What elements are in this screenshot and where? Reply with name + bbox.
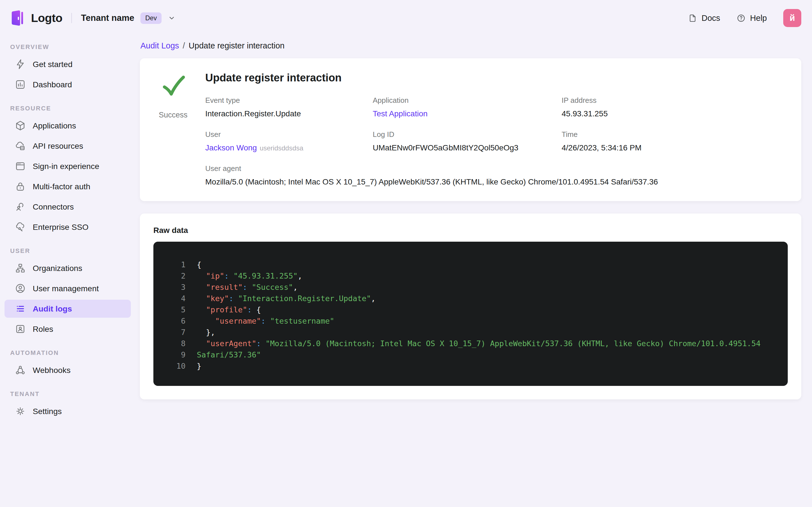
code-token: { (256, 305, 261, 314)
sidebar: OVERVIEWGet startedDashboardRESOURCEAppl… (0, 36, 135, 507)
field-label-application: Application (373, 96, 562, 105)
code-line-6: 6 "username": "testusername" (165, 316, 776, 327)
cube-icon (15, 120, 26, 131)
code-line-number: 2 (165, 270, 186, 282)
field-application: ApplicationTest Application (373, 96, 562, 118)
field-time: Time4/26/2023, 5:34:16 PM (562, 130, 788, 152)
sidebar-item-settings[interactable]: Settings (4, 402, 131, 420)
code-line-number: 10 (165, 360, 186, 372)
sidebar-item-label: User management (33, 284, 99, 293)
code-token: "result" (197, 283, 243, 291)
sidebar-item-applications[interactable]: Applications (4, 117, 131, 135)
field-value-user-agent: Mozilla/5.0 (Macintosh; Intel Mac OS X 1… (205, 177, 788, 186)
help-label: Help (750, 13, 767, 23)
sidebar-item-enterprise-sso[interactable]: Enterprise SSO (4, 218, 131, 236)
raw-data-code-block: 1{2 "ip": "45.93.31.255",3 "result": "Su… (153, 242, 788, 386)
code-token: "ip" (197, 272, 224, 280)
help-button[interactable]: Help (737, 13, 767, 23)
status-badge: Success (159, 111, 188, 119)
code-line-number: 1 (165, 259, 186, 270)
code-line-number: 4 (165, 293, 186, 304)
sidebar-item-multi-factor-auth[interactable]: Multi-factor auth (4, 177, 131, 195)
detail-fields: Event typeInteraction.Register.UpdateApp… (205, 96, 788, 186)
code-line-text: Safari/537.36" (197, 349, 261, 360)
field-value-user: Jackson Wonguseridsddsdsa (205, 144, 373, 152)
sidebar-item-webhooks[interactable]: Webhooks (4, 361, 131, 379)
code-line-9: 9Safari/537.36" (165, 349, 776, 360)
status-column: Success (153, 72, 193, 187)
bolt-icon (15, 59, 26, 70)
field-value-text: 45.93.31.255 (562, 109, 608, 118)
logo[interactable]: Logto (8, 9, 62, 27)
sidebar-item-label: Dashboard (33, 80, 72, 89)
sidebar-item-label: Settings (33, 407, 62, 416)
log-detail-card: Success Update register interaction Even… (140, 58, 801, 201)
code-token: : (243, 283, 252, 291)
code-token: : (256, 339, 266, 348)
field-user: UserJackson Wonguseridsddsdsa (205, 130, 373, 152)
question-circle-icon (737, 13, 746, 23)
code-line-text: "username": "testusername" (197, 316, 335, 327)
code-line-text: "result": "Success", (197, 282, 298, 293)
field-row: Event typeInteraction.Register.UpdateApp… (205, 96, 788, 118)
field-value-event-type: Interaction.Register.Update (205, 109, 373, 118)
header-actions: Docs Help й (688, 9, 801, 27)
field-value-text[interactable]: Test Application (373, 109, 428, 118)
field-label-log-id: Log ID (373, 130, 562, 139)
user-avatar[interactable]: й (783, 9, 801, 27)
cloud-stack-icon (15, 140, 26, 152)
dashboard-icon (15, 79, 26, 90)
sidebar-item-label: Enterprise SSO (33, 223, 89, 232)
field-value-application: Test Application (373, 109, 562, 118)
breadcrumb-audit-logs-link[interactable]: Audit Logs (140, 41, 179, 50)
code-token: "Mozilla/5.0 (Macintosh; Intel Mac OS X … (266, 339, 761, 348)
code-line-number: 6 (165, 316, 186, 327)
code-token: "key" (197, 294, 229, 303)
sidebar-item-label: API resources (33, 142, 83, 151)
sidebar-item-label: Organizations (33, 264, 82, 273)
code-token: }, (197, 328, 215, 337)
field-value-text[interactable]: Jackson Wong (205, 144, 257, 152)
field-value-ip-address: 45.93.31.255 (562, 109, 788, 118)
field-row: UserJackson WonguseridsddsdsaLog IDUMatE… (205, 130, 788, 152)
webhook-icon (15, 364, 26, 376)
sidebar-item-roles[interactable]: Roles (4, 320, 131, 338)
code-line-text: { (197, 259, 201, 270)
sidebar-item-connectors[interactable]: Connectors (4, 198, 131, 216)
sidebar-item-get-started[interactable]: Get started (4, 55, 131, 73)
sidebar-item-label: Applications (33, 121, 76, 130)
browser-icon (15, 161, 26, 172)
code-line-text: "profile": { (197, 304, 261, 316)
tenant-switcher[interactable]: Tenant name Dev (81, 12, 175, 24)
user-circle-icon (15, 283, 26, 294)
sidebar-item-user-management[interactable]: User management (4, 279, 131, 297)
code-line-number: 5 (165, 304, 186, 316)
code-line-number: 3 (165, 282, 186, 293)
breadcrumb-current: Update register interaction (189, 41, 285, 50)
field-label-user-agent: User agent (205, 164, 788, 173)
code-line-4: 4 "key": "Interaction.Register.Update", (165, 293, 776, 304)
code-token: "Interaction.Register.Update" (238, 294, 371, 303)
field-row: User agentMozilla/5.0 (Macintosh; Intel … (205, 164, 788, 186)
code-line-text: "key": "Interaction.Register.Update", (197, 293, 375, 304)
sidebar-item-audit-logs[interactable]: Audit logs (4, 300, 131, 318)
breadcrumb-separator: / (183, 41, 185, 50)
sidebar-item-dashboard[interactable]: Dashboard (4, 75, 131, 94)
gear-icon (15, 406, 26, 417)
field-log-id: Log IDUMatENw0rFWO5aGbMI8tY2Qol50eOg3 (373, 130, 562, 152)
sidebar-item-sign-in-experience[interactable]: Sign-in experience (4, 157, 131, 175)
field-value-time: 4/26/2023, 5:34:16 PM (562, 144, 788, 152)
main-content: Audit Logs / Update register interaction… (135, 36, 812, 507)
sidebar-section-tenant: TENANT (4, 390, 131, 398)
cloud-key-icon (15, 221, 26, 233)
field-label-event-type: Event type (205, 96, 373, 105)
code-token: : (247, 305, 257, 314)
code-token: "profile" (197, 305, 247, 314)
sidebar-item-api-resources[interactable]: API resources (4, 137, 131, 155)
code-line-number: 8 (165, 338, 186, 349)
chevron-down-icon (168, 14, 175, 22)
docs-button[interactable]: Docs (688, 13, 720, 23)
sidebar-section-overview: OVERVIEW (4, 43, 131, 51)
sidebar-item-organizations[interactable]: Organizations (4, 259, 131, 277)
code-token: : (261, 317, 270, 325)
